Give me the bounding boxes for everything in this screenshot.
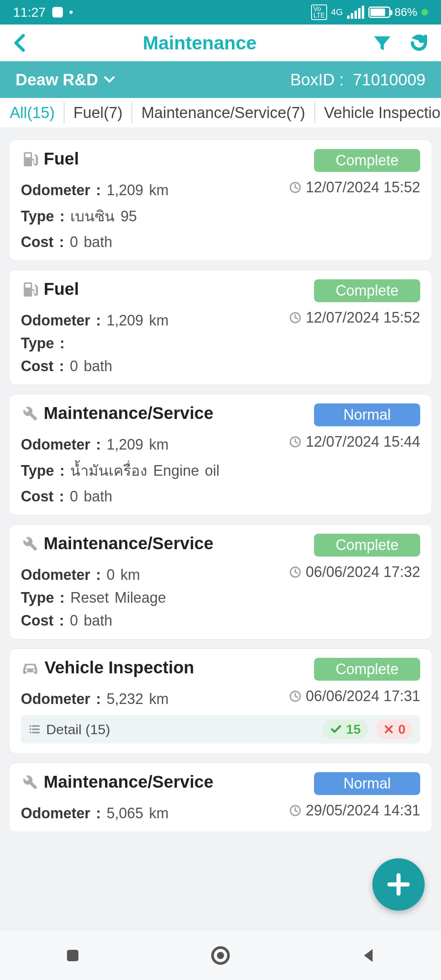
clock-icon: [289, 804, 302, 817]
signal-icon: [347, 6, 364, 19]
odometer-row: Odometer : 1,209 km: [21, 312, 169, 329]
type-row: Type : น้ำมันเครื่อง Engine oil: [21, 459, 420, 482]
odometer-row: Odometer : 0 km: [21, 566, 140, 584]
cost-row: Cost : 0 bath: [21, 488, 420, 505]
svg-point-6: [29, 728, 31, 730]
back-button[interactable]: [12, 33, 27, 53]
network-label: 4G: [331, 8, 343, 17]
datetime: 12/07/2024 15:44: [289, 433, 420, 450]
detail-label: Detail (15): [46, 722, 110, 737]
status-badge: Complete: [314, 149, 420, 172]
tab-item[interactable]: Fuel(7): [65, 102, 132, 123]
status-app-indicator: [52, 7, 63, 18]
record-card[interactable]: Vehicle InspectionCompleteOdometer : 5,2…: [9, 648, 432, 754]
record-card[interactable]: Maintenance/ServiceNormalOdometer : 5,06…: [9, 763, 432, 832]
wrench-icon: [21, 404, 39, 422]
wrench-icon: [21, 773, 39, 791]
type-row: Type : Reset Mileage: [21, 589, 420, 606]
fuel-icon: [21, 280, 39, 298]
close-icon: [383, 724, 394, 735]
battery-percent: 86%: [394, 6, 417, 19]
status-bar: 11:27 VoLTE 4G 86%: [0, 0, 441, 24]
wrench-icon: [21, 535, 39, 552]
record-list: FuelCompleteOdometer : 1,209 km12/07/202…: [0, 127, 441, 832]
datetime: 29/05/2024 14:31: [289, 802, 420, 819]
status-badge: Normal: [314, 772, 420, 795]
vehicle-selector[interactable]: Deaw R&D: [16, 71, 115, 89]
vehicle-name: Deaw R&D: [16, 71, 98, 89]
type-row: Type :: [21, 335, 420, 352]
record-card[interactable]: Maintenance/ServiceNormalOdometer : 1,20…: [9, 394, 432, 515]
clock-icon: [289, 311, 302, 324]
record-title: Maintenance/Service: [44, 534, 214, 553]
odometer-row: Odometer : 1,209 km: [21, 182, 169, 199]
clock-icon: [289, 690, 302, 703]
cost-row: Cost : 0 bath: [21, 358, 420, 375]
vehicle-header: Deaw R&D BoxID : 71010009: [0, 61, 441, 98]
record-title: Maintenance/Service: [44, 772, 214, 792]
status-green-dot: [421, 9, 428, 16]
plus-icon: [386, 872, 411, 897]
svg-point-11: [217, 952, 224, 959]
volte-icon: VoLTE: [311, 4, 327, 20]
clock-icon: [289, 566, 302, 579]
chevron-down-icon: [104, 76, 115, 84]
check-icon: [330, 723, 342, 735]
app-bar: Maintenance: [0, 24, 441, 61]
datetime: 06/06/2024 17:31: [289, 688, 420, 705]
svg-point-7: [29, 732, 31, 733]
nav-back-button[interactable]: [360, 947, 377, 964]
datetime: 12/07/2024 15:52: [289, 179, 420, 196]
detail-bar[interactable]: Detail (15)150: [21, 715, 420, 744]
record-title: Fuel: [44, 149, 79, 169]
record-card[interactable]: FuelCompleteOdometer : 1,209 km12/07/202…: [9, 270, 432, 385]
svg-rect-9: [67, 950, 78, 961]
tab-item[interactable]: Vehicle Inspection(: [315, 102, 441, 123]
pass-pill: 15: [323, 719, 368, 739]
tabs: All(15)Fuel(7)Maintenance/Service(7)Vehi…: [0, 98, 441, 127]
odometer-row: Odometer : 1,209 km: [21, 436, 169, 453]
system-nav-bar: [0, 931, 441, 980]
boxid-label: BoxID : 71010009: [290, 71, 425, 89]
tab-item[interactable]: All(15): [0, 102, 65, 123]
status-dot: [69, 11, 73, 14]
record-card[interactable]: FuelCompleteOdometer : 1,209 km12/07/202…: [9, 140, 432, 261]
status-badge: Complete: [314, 658, 420, 681]
status-time: 11:27: [13, 5, 46, 20]
clock-icon: [289, 435, 302, 448]
tab-item[interactable]: Maintenance/Service(7): [132, 102, 315, 123]
car-icon: [21, 659, 40, 676]
datetime: 06/06/2024 17:32: [289, 564, 420, 581]
odometer-row: Odometer : 5,065 km: [21, 805, 169, 822]
status-badge: Complete: [314, 534, 420, 557]
record-card[interactable]: Maintenance/ServiceCompleteOdometer : 0 …: [9, 524, 432, 639]
page-title: Maintenance: [143, 32, 257, 54]
clock-icon: [289, 181, 302, 194]
refresh-button[interactable]: [409, 33, 429, 53]
status-badge: Complete: [314, 279, 420, 302]
battery-icon: [368, 7, 390, 18]
svg-point-5: [29, 725, 31, 727]
nav-home-button[interactable]: [210, 945, 231, 966]
fuel-icon: [21, 150, 39, 168]
odometer-row: Odometer : 5,232 km: [21, 690, 169, 708]
cost-row: Cost : 0 bath: [21, 612, 420, 629]
fail-pill: 0: [376, 719, 413, 739]
list-icon: [28, 723, 41, 736]
nav-recent-button[interactable]: [64, 947, 81, 964]
cost-row: Cost : 0 bath: [21, 234, 420, 251]
add-button[interactable]: [372, 858, 425, 911]
record-title: Vehicle Inspection: [45, 658, 194, 677]
filter-button[interactable]: [372, 33, 392, 53]
datetime: 12/07/2024 15:52: [289, 309, 420, 326]
status-badge: Normal: [314, 403, 420, 426]
record-title: Maintenance/Service: [44, 403, 214, 423]
record-title: Fuel: [44, 279, 79, 299]
type-row: Type : เบนซิน 95: [21, 205, 420, 228]
